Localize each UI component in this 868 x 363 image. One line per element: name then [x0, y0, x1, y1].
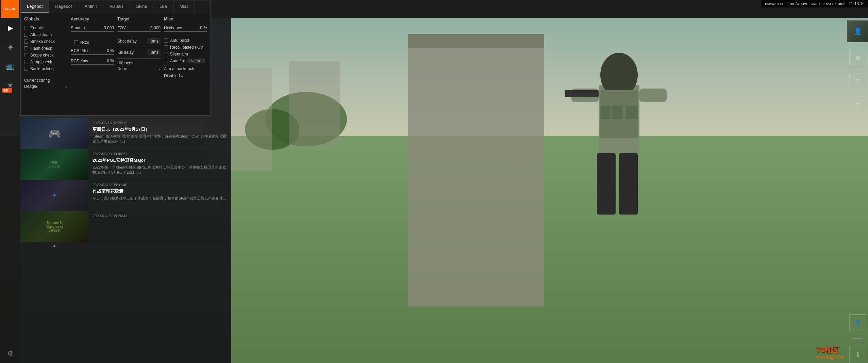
scroll-up-arrow[interactable]: ▲ — [20, 242, 88, 249]
tab-antihit[interactable]: Antihit — [78, 0, 103, 13]
recoil-fov-label: Recoil based FOV — [170, 45, 203, 50]
hitchance-track[interactable] — [164, 31, 207, 32]
rcs-pitch-track[interactable] — [71, 54, 114, 55]
fov-track[interactable] — [117, 31, 161, 32]
news-desc-3: 今日，我们在游戏中上架了作战室印花胶囊，包含由Steam创意工坊艺术家创作... — [93, 196, 227, 201]
rcs-yaw-label: RCS Yaw — [71, 59, 88, 63]
jump-check-box[interactable] — [24, 60, 28, 64]
news-title-2: 2022年PGL安特卫普Major — [93, 157, 227, 163]
tab-legitbot[interactable]: Legitbot — [21, 0, 49, 13]
misc-divider1 — [164, 36, 207, 36]
rcs-yaw-track[interactable] — [71, 64, 114, 65]
news-date-2: 2022-02-03 03:06:21 — [93, 152, 227, 156]
sidebar-item-community[interactable]: ◈ — [1, 38, 19, 56]
hud-unknown1-icon[interactable]: ? — [849, 73, 866, 90]
recoil-fov-option[interactable]: Recoil based FOV — [164, 45, 207, 50]
sidebar-item-play[interactable]: ▶ — [1, 19, 19, 37]
globals-title: Globals — [24, 17, 67, 23]
auto-fire-label: Auto fire — [170, 59, 185, 63]
disabled-value: Disabled — [164, 74, 180, 78]
tab-lua[interactable]: Lua — [153, 0, 173, 13]
globals-column: Globals Enable Attack team Smoke check — [24, 17, 67, 112]
auto-fire-row[interactable]: Auto fire [ NONE ] — [164, 59, 207, 63]
target-title: Target — [117, 17, 161, 23]
target-divider2 — [117, 47, 161, 47]
rcs-pitch-label: RCS Pitch — [71, 48, 89, 53]
config-value-row[interactable]: Deagle ▸ — [24, 84, 67, 89]
news-content-3: 2022-02-02 08:01:46 作战室印花胶囊 今日，我们在游戏中上架了… — [88, 180, 231, 211]
tab-visuals[interactable]: Visuals — [103, 0, 130, 13]
hitboxes-arrow[interactable]: ▸ — [159, 67, 161, 71]
news-item-4[interactable]: Dreams &NightmaresContest 2022-01-21 08:… — [20, 211, 231, 242]
top-right-text: nixware.cc | t.me/weave_crack slava ukra… — [765, 1, 865, 6]
auto-fire-box[interactable] — [164, 59, 168, 63]
news-desc-1: [Steam 输入/控制器] 给控制器用户的注释：请确保在Steam Overl… — [93, 134, 227, 144]
hud-person-icon[interactable]: 👤 — [849, 314, 866, 331]
fov-label: FOV — [117, 26, 126, 30]
current-config-label: Current config — [24, 78, 50, 83]
attack-team-checkbox[interactable]: Attack team — [24, 32, 67, 37]
auto-pistol-box[interactable] — [164, 38, 168, 43]
auto-pistol-option[interactable]: Auto pistol — [164, 38, 207, 43]
smoke-check-box[interactable] — [24, 40, 28, 44]
attack-team-checkbox-box[interactable] — [24, 33, 28, 37]
news-title-1: 更新日志（2022年2月17日） — [93, 126, 227, 132]
backtracking-label: Backtracking — [30, 66, 54, 71]
hud-unknown2-icon[interactable]: ? — [849, 97, 866, 114]
top-right-info: nixware.cc | t.me/weave_crack slava ukra… — [762, 0, 868, 7]
tab-skins[interactable]: Skins — [130, 0, 153, 13]
tab-misc[interactable]: Misc — [173, 0, 195, 13]
hitboxes-value: None — [117, 66, 157, 71]
news-content-4: 2022-01-21 08:26:41 — [88, 211, 231, 242]
attack-team-label: Attack team — [30, 32, 52, 37]
news-content-1: 2022-02-18 07:29:12 更新日志（2022年2月17日） [St… — [88, 118, 231, 149]
smooth-value: 0.000 — [104, 26, 114, 30]
misc-column: Misc Hitchance 0 % Auto pistol — [164, 17, 207, 112]
silent-aim-label: Silent aim — [170, 52, 188, 57]
news-item-3[interactable]: ✦ 2022-02-02 08:01:46 作战室印花胶囊 今日，我们在游戏中上… — [20, 180, 231, 211]
backtracking-box[interactable] — [24, 67, 28, 71]
rcs-checkbox[interactable]: RCS — [74, 38, 114, 46]
sidebar-item-settings[interactable]: ⚙ — [1, 345, 19, 362]
hitboxes-select[interactable]: None ▸ — [117, 66, 161, 71]
silent-aim-option[interactable]: Silent aim — [164, 52, 207, 57]
news-date-4: 2022-01-21 08:26:41 — [93, 214, 227, 218]
scope-check-box[interactable] — [24, 53, 28, 57]
sidebar-item-news[interactable]: 📺 — [1, 57, 19, 75]
backtracking-checkbox[interactable]: Backtracking — [24, 66, 67, 71]
news-date-1: 2022-02-18 07:29:12 — [93, 121, 227, 125]
enable-checkbox[interactable]: Enable — [24, 26, 67, 30]
flash-check-checkbox[interactable]: Flash check — [24, 46, 67, 51]
smoke-check-checkbox[interactable]: Smoke check — [24, 39, 67, 44]
smooth-track[interactable] — [71, 31, 114, 32]
recoil-fov-box[interactable] — [164, 45, 168, 49]
news-item-2[interactable]: PGL MAJOR 2022-02-03 03:06:21 2022年PGL安特… — [20, 149, 231, 180]
enable-checkbox-box[interactable] — [24, 26, 28, 30]
flash-check-box[interactable] — [24, 46, 28, 50]
hitchance-value: 0 % — [200, 26, 207, 30]
news-desc-2: 2022年第一个Major将继续由PGL在比利时安特卫普举办，并将在安特卫普皇家… — [93, 165, 227, 175]
csgo-logo: CS:GO — [1, 0, 19, 18]
disabled-arrow[interactable]: ▸ — [181, 74, 183, 78]
sidebar-item-badge[interactable]: ★ 最新！ — [1, 76, 19, 94]
news-thumb-3: ✦ — [20, 180, 88, 211]
jump-check-checkbox[interactable]: Jump check — [24, 60, 67, 64]
rcs-box[interactable] — [74, 40, 78, 44]
disabled-select[interactable]: Disabled ▸ — [164, 74, 207, 78]
shot-delay-row: Shot delay 0ms — [117, 38, 161, 44]
scroll-arrow-icon: ▲ — [52, 243, 56, 248]
badge-label: 最新！ — [2, 88, 12, 93]
menu-tabs: Legitbot Ragebot Antihit Visuals Skins L… — [21, 0, 211, 13]
auto-fire-value[interactable]: [ NONE ] — [187, 59, 205, 63]
target-column: Target FOV 0.000 Shot delay 0ms — [117, 17, 161, 112]
target-divider1 — [117, 36, 161, 36]
scope-check-checkbox[interactable]: Scope check — [24, 53, 67, 58]
smoke-check-label: Smoke check — [30, 39, 55, 44]
silent-aim-box[interactable] — [164, 52, 168, 56]
config-arrow[interactable]: ▸ — [66, 85, 67, 89]
hud-info-icon[interactable]: ℹ — [849, 346, 866, 363]
tab-ragebot[interactable]: Ragebot — [49, 0, 78, 13]
kill-delay-value: 0ms — [147, 49, 161, 56]
news-item-1[interactable]: 🎮 2022-02-18 07:29:12 更新日志（2022年2月17日） [… — [20, 118, 231, 149]
hud-crosshair-icon[interactable]: ⊕ — [849, 49, 866, 66]
